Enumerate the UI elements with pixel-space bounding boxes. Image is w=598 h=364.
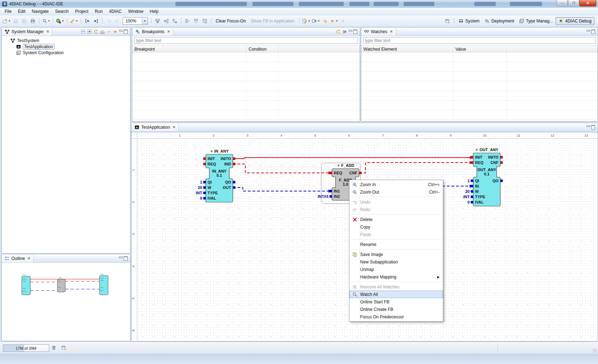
menu-navigate[interactable]: Navigate <box>29 8 52 15</box>
menu-item-focus-on-predecessor[interactable]: Focus On Predecessor <box>349 313 443 321</box>
data-input-pin[interactable] <box>329 190 332 193</box>
chevron-down-icon[interactable]: ▼ <box>142 17 148 24</box>
data-input-pin[interactable] <box>203 186 206 189</box>
run-garbage-collector-button[interactable] <box>51 345 56 350</box>
column-watched-element[interactable]: Watched Element <box>361 46 453 52</box>
maximize-view-icon[interactable] <box>591 125 595 129</box>
menu-4diac[interactable]: 4DIAC <box>106 8 125 15</box>
event-input-pin[interactable] <box>471 156 473 159</box>
menu-edit[interactable]: Edit <box>15 8 29 15</box>
fb-right-button[interactable] <box>92 17 100 25</box>
marker-button[interactable]: ▼ <box>302 17 311 25</box>
event-input-pin[interactable] <box>329 172 332 174</box>
column-value[interactable]: Value <box>453 46 507 52</box>
menu-run[interactable]: Run <box>92 8 106 15</box>
nav-undo-gold-button[interactable] <box>321 17 329 25</box>
data-input-value[interactable]: 20 <box>465 189 470 194</box>
menu-item-zoom-in[interactable]: Zoom InCtrl+= <box>349 181 443 188</box>
menu-item-online-start-fb[interactable]: Online Start FB <box>349 298 443 306</box>
event-output-pin[interactable] <box>500 156 503 159</box>
print-button[interactable] <box>29 17 37 25</box>
menu-window[interactable]: Window <box>125 8 147 15</box>
data-connection[interactable] <box>233 188 328 191</box>
resize-grip[interactable] <box>593 349 597 353</box>
refresh-button[interactable] <box>93 29 98 34</box>
menu-help[interactable]: Help <box>147 8 162 15</box>
resume-button[interactable] <box>342 29 347 34</box>
pencil-button[interactable]: ▼ <box>70 17 78 25</box>
table-row[interactable] <box>361 72 598 81</box>
nav-back-gold-button[interactable]: ▼ <box>329 17 338 25</box>
menu-item-redo[interactable]: Redo <box>349 206 443 213</box>
menu-item-copy[interactable]: Copy <box>349 223 443 231</box>
table-row[interactable] <box>361 52 598 62</box>
data-input-value[interactable]: 1 <box>200 180 202 184</box>
search-button[interactable]: ▼ <box>42 17 51 25</box>
maximize-view-icon[interactable] <box>591 30 595 34</box>
table-row[interactable] <box>361 91 598 101</box>
perspective-type-management[interactable]: Type Manag... <box>517 17 556 25</box>
menu-item-unmap[interactable]: Unmap <box>349 266 443 273</box>
data-input-value[interactable]: 0 <box>467 200 470 204</box>
data-input-value[interactable]: INT#3 <box>318 194 328 199</box>
minimize-view-icon[interactable] <box>587 125 590 129</box>
forward-button[interactable] <box>113 29 118 34</box>
data-output-pin[interactable] <box>500 180 503 182</box>
table-row[interactable] <box>132 62 360 72</box>
data-input-pin[interactable] <box>471 190 473 193</box>
event-input-pin[interactable] <box>471 162 473 164</box>
menu-item-delete[interactable]: Delete <box>349 216 443 223</box>
menu-file[interactable]: File <box>1 8 15 15</box>
menu-item-hardware-mapping[interactable]: Hardware Mapping▶ <box>349 273 443 281</box>
table-row[interactable] <box>361 110 598 120</box>
menu-search[interactable]: Search <box>52 8 72 15</box>
close-icon[interactable]: ✕ <box>167 30 170 34</box>
data-input-value[interactable]: 0 <box>200 196 202 200</box>
tab-system-manager[interactable]: System Manager ✕ <box>2 28 52 36</box>
table-row[interactable] <box>361 62 598 72</box>
data-input-value[interactable]: INT <box>196 191 202 195</box>
menu-project[interactable]: Project <box>72 8 91 15</box>
menu-item-rename[interactable]: Rename <box>349 241 443 248</box>
show-fb-in-application-button[interactable]: Show FB in Application <box>248 17 297 25</box>
minimize-view-icon[interactable] <box>349 30 352 33</box>
layout-b-button[interactable] <box>162 17 170 25</box>
fb-instance-label[interactable]: ✦ F_ADD <box>337 163 354 168</box>
event-output-pin[interactable] <box>233 163 235 165</box>
minimize-view-icon[interactable] <box>119 257 122 260</box>
breakpoints-filter-input[interactable] <box>134 37 358 44</box>
layout-a-button[interactable] <box>154 17 162 25</box>
column-condition[interactable]: Condition <box>246 46 278 52</box>
event-output-pin[interactable] <box>359 172 362 174</box>
data-input-pin[interactable] <box>203 181 206 184</box>
tab-breakpoints[interactable]: Breakpoints ✕ <box>132 28 173 36</box>
diagram-canvas[interactable]: ✦ IN_ANYINITREQINITOINDIN_ANY0.1QI1W20TY… <box>137 139 598 341</box>
table-row[interactable] <box>361 101 598 110</box>
table-row[interactable] <box>132 72 360 81</box>
close-button[interactable]: ✕ <box>579 0 596 6</box>
event-input-pin[interactable] <box>203 158 206 160</box>
tree-item-system-configuration[interactable]: System Configuration <box>16 50 64 56</box>
align-a-button[interactable] <box>184 17 191 25</box>
menu-item-new-subapplication[interactable]: New Subapplication <box>349 258 443 266</box>
data-input-pin[interactable] <box>203 192 206 194</box>
collapse-all-button[interactable] <box>81 29 86 34</box>
tree-item-testsystem[interactable]: TestSystem <box>10 37 39 43</box>
outline-thumbnail[interactable] <box>2 263 130 341</box>
align-b-button[interactable] <box>192 17 200 25</box>
event-connection[interactable] <box>233 158 470 159</box>
data-input-pin[interactable] <box>471 201 473 204</box>
back-button[interactable] <box>106 29 111 34</box>
tab-testapplication[interactable]: A TestApplication ✕ <box>132 123 179 131</box>
nav-fwd-gold-button[interactable] <box>339 17 347 25</box>
data-input-pin[interactable] <box>471 196 473 198</box>
data-input-pin[interactable] <box>203 197 206 200</box>
tab-outline[interactable]: Outline ✕ <box>2 255 34 262</box>
menu-item-paste[interactable]: Paste <box>349 231 443 238</box>
redo-button[interactable] <box>113 17 121 25</box>
perspective-4diac-debug[interactable]: 4DIAC Debug <box>556 17 594 25</box>
maximize-view-icon[interactable] <box>124 256 128 261</box>
data-input-pin[interactable] <box>471 180 473 182</box>
debug-deploy-button[interactable]: ▼ <box>56 17 65 25</box>
minimize-view-icon[interactable] <box>587 30 590 33</box>
